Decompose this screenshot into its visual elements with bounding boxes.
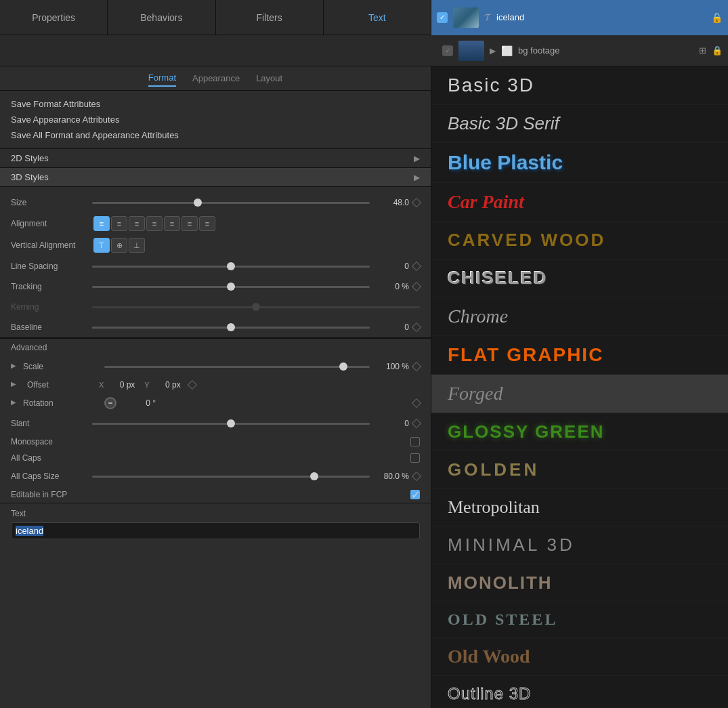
style-label-old-steel: OLD STEEL [448,610,557,628]
all-caps-size-keyframe[interactable] [412,472,421,481]
tracking-row: Tracking 0 % [0,276,431,297]
offset-expand-icon[interactable]: ▶ [11,380,20,390]
tracking-slider-container: 0 % [92,282,409,291]
menu-save-all[interactable]: Save All Format and Appearance Attribute… [11,127,420,143]
style-item-golden[interactable]: GOLDEN [431,451,728,489]
scale-slider-container: 100 % [104,362,409,371]
iceland-layer-name: iceland [496,12,706,22]
baseline-slider[interactable] [92,327,370,329]
style-item-minimal-3d[interactable]: MINIMAL 3D [431,526,728,564]
style-label-golden: GOLDEN [448,459,539,480]
menu-section: Save Format Attributes Save Appearance A… [0,91,431,149]
align-justify-btn[interactable]: ≡ [146,216,163,231]
rotation-label: Rotation [23,398,104,408]
section-2d-styles[interactable]: 2D Styles ▶ [0,149,431,168]
align-natural-btn[interactable]: ≡ [181,216,198,231]
tracking-slider[interactable] [92,286,370,288]
style-item-flat-graphic[interactable]: FLAT GRAPHIC [431,336,728,375]
scale-expand-icon[interactable]: ▶ [11,362,20,371]
all-caps-size-label: All Caps Size [11,472,92,481]
tracking-keyframe[interactable] [412,282,421,291]
all-caps-checkbox[interactable] [410,453,420,463]
top-tabs-bar: Properties Behaviors Filters Text ✓ 𝓣 ic… [0,0,728,35]
iceland-layer-checkbox[interactable]: ✓ [437,12,448,23]
chevron-2d-icon: ▶ [414,154,420,163]
kerning-slider-container [92,306,420,308]
all-caps-size-row: All Caps Size 80.0 % [0,466,431,486]
style-item-old-wood[interactable]: Old Wood [431,638,728,676]
properties-area: Size 48.0 Alignment ≡ ≡ ≡ ≡ ≡ ≡ ≡ [0,187,431,708]
style-item-chrome[interactable]: Chrome [431,297,728,336]
style-item-monolith[interactable]: MONOLITH [431,564,728,602]
align-right-btn[interactable]: ≡ [129,216,145,231]
subtab-layout[interactable]: Layout [256,70,282,86]
monospace-label: Monospace [11,437,410,446]
menu-save-appearance[interactable]: Save Appearance Attributes [11,112,420,127]
menu-save-format[interactable]: Save Format Attributes [11,96,420,112]
align-center-btn[interactable]: ≡ [111,216,127,231]
style-label-metropolitan: Metropolitan [448,497,540,517]
bg-footage-checkbox[interactable]: ✓ [442,45,453,56]
subtab-format[interactable]: Format [148,70,176,87]
all-caps-size-slider[interactable] [92,476,370,478]
style-item-glossy-green[interactable]: GLOSSY GREEN [431,413,728,451]
align-justify-all-btn[interactable]: ≡ [164,216,180,231]
alignment-label: Alignment [11,219,92,228]
size-keyframe-diamond[interactable] [412,198,421,207]
bg-footage-group-icon: ⬜ [501,45,513,56]
rotation-knob[interactable] [104,397,116,409]
offset-x-value: 0 px [108,380,135,390]
subtab-appearance[interactable]: Appearance [192,70,240,86]
alignment-row: Alignment ≡ ≡ ≡ ≡ ≡ ≡ ≡ [0,213,431,234]
bg-footage-thumbnail [458,41,484,61]
style-label-flat-graphic: FLAT GRAPHIC [448,344,603,365]
bg-footage-layer-row: ✓ ▶ ⬜ bg footage ⊞ 🔒 [0,35,728,66]
style-item-basic-3d[interactable]: Basic 3D [431,66,728,105]
slant-keyframe[interactable] [412,419,421,428]
line-spacing-slider[interactable] [92,266,370,268]
scale-keyframe[interactable] [412,362,421,371]
align-distribute-btn[interactable]: ≡ [199,216,215,231]
baseline-value: 0 [375,322,409,332]
vert-align-middle-btn[interactable]: ⊕ [111,238,127,253]
baseline-row: Baseline 0 [0,317,431,337]
style-item-car-paint[interactable]: Car Paint [431,183,728,222]
style-item-outline-3d[interactable]: Outline 3D [431,676,728,708]
bg-footage-play-icon: ▶ [490,46,496,56]
rotation-keyframe[interactable] [412,398,421,408]
text-input-field[interactable]: iceland [11,522,420,539]
style-item-blue-plastic[interactable]: Blue Plastic [431,143,728,183]
tab-filters[interactable]: Filters [216,0,324,35]
offset-y-label: Y [144,381,149,389]
slant-row: Slant 0 [0,413,431,434]
style-item-metropolitan[interactable]: Metropolitan [431,489,728,526]
style-item-old-steel[interactable]: OLD STEEL [431,602,728,638]
size-slider[interactable] [92,202,370,204]
style-item-chiseled[interactable]: CHISELED [431,259,728,297]
tab-properties[interactable]: Properties [0,0,108,35]
all-caps-size-thumb [310,472,318,480]
tracking-thumb [227,283,235,291]
style-label-carved-wood: CARVED WOOD [448,230,605,250]
iceland-layer-icon: 𝓣 [484,12,491,23]
style-item-basic-3d-serif[interactable]: Basic 3D Serif [431,105,728,143]
align-left-btn[interactable]: ≡ [93,216,110,231]
line-spacing-keyframe[interactable] [412,262,421,271]
baseline-keyframe[interactable] [412,322,421,332]
offset-keyframe[interactable] [188,380,197,390]
section-3d-styles[interactable]: 3D Styles ▶ [0,168,431,187]
tab-text[interactable]: Text [324,0,431,35]
scale-slider[interactable] [104,366,370,368]
monospace-checkbox[interactable] [410,437,420,446]
vert-align-top-btn[interactable]: ⊤ [93,238,110,253]
vert-align-bottom-btn[interactable]: ⊥ [129,238,145,253]
all-caps-label: All Caps [11,453,410,463]
editable-fcp-checkbox[interactable]: ✓ [410,490,420,499]
style-item-carved-wood[interactable]: CARVED WOOD [431,222,728,259]
tab-behaviors[interactable]: Behaviors [108,0,215,35]
slant-value: 0 [375,419,409,428]
rotation-expand-icon[interactable]: ▶ [11,398,20,408]
rotation-slider-container: 0 ° [104,397,409,409]
style-item-forged[interactable]: Forged [431,375,728,413]
slant-slider[interactable] [92,423,370,425]
